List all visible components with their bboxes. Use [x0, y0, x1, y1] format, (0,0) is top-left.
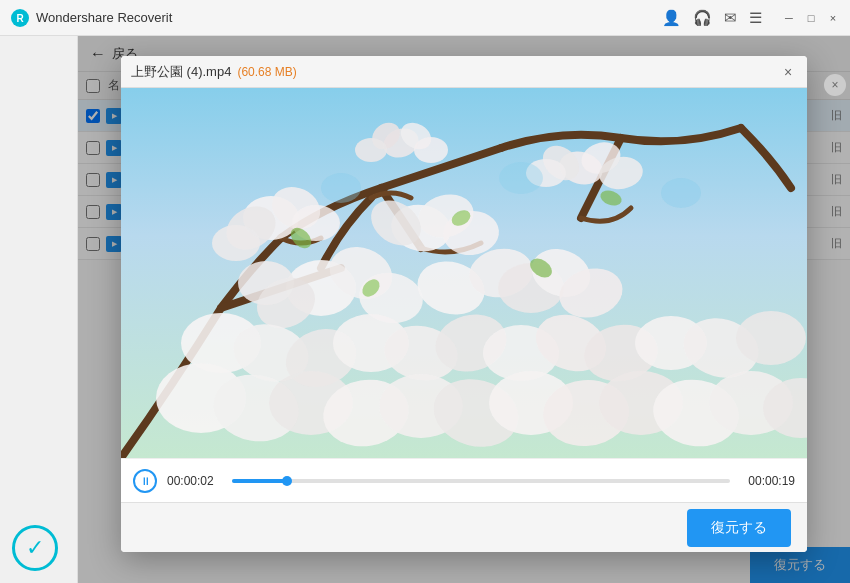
svg-point-17 [212, 225, 260, 261]
content-panel-close[interactable]: × [824, 74, 846, 96]
current-time-display: 00:00:02 [167, 474, 222, 488]
checkmark-badge: ✓ [12, 525, 58, 571]
modal-close-button[interactable]: × [779, 63, 797, 81]
svg-point-43 [736, 311, 806, 365]
modal-title: 上野公園 (4).mp4 (60.68 MB) [131, 63, 297, 81]
app-logo-icon: R [10, 8, 30, 28]
modal-title-bar: 上野公園 (4).mp4 (60.68 MB) × [121, 56, 807, 88]
title-bar-icons: 👤 🎧 ✉ ☰ [662, 9, 762, 27]
title-bar: R Wondershare Recoverit 👤 🎧 ✉ ☰ ─ □ × [0, 0, 850, 36]
modal-action-bar: 復元する [121, 502, 807, 552]
cherry-blossom-scene [121, 88, 807, 458]
mail-icon[interactable]: ✉ [724, 9, 737, 27]
progress-thumb [282, 476, 292, 486]
checkmark-icon: ✓ [26, 535, 44, 561]
close-icon: × [831, 78, 838, 92]
app-logo-area: R Wondershare Recoverit [10, 8, 662, 28]
headset-icon[interactable]: 🎧 [693, 9, 712, 27]
user-icon[interactable]: 👤 [662, 9, 681, 27]
menu-icon[interactable]: ☰ [749, 9, 762, 27]
svg-point-26 [238, 261, 294, 305]
window-controls: ─ □ × [782, 11, 840, 25]
maximize-button[interactable]: □ [804, 11, 818, 25]
svg-point-62 [499, 162, 543, 194]
modal-filename: 上野公園 (4).mp4 [131, 63, 231, 81]
total-time-display: 00:00:19 [740, 474, 795, 488]
content-area: ← 戻る 名 上 旧 上 旧 上 [78, 36, 850, 583]
video-controls: ⏸ 00:00:02 00:00:19 [121, 458, 807, 502]
app-title: Wondershare Recoverit [36, 10, 172, 25]
modal-filesize: (60.68 MB) [237, 65, 296, 79]
video-preview-area [121, 88, 807, 458]
svg-point-7 [355, 138, 387, 162]
sidebar [0, 36, 78, 583]
progress-bar[interactable] [232, 479, 730, 483]
progress-fill [232, 479, 287, 483]
svg-point-6 [414, 137, 448, 163]
main-layout: ← 戻る 名 上 旧 上 旧 上 [0, 36, 850, 583]
svg-text:R: R [16, 13, 24, 24]
modal-overlay: 上野公園 (4).mp4 (60.68 MB) × [78, 36, 850, 583]
svg-point-63 [661, 178, 701, 208]
close-button[interactable]: × [826, 11, 840, 25]
play-pause-icon: ⏸ [140, 475, 151, 487]
preview-modal: 上野公園 (4).mp4 (60.68 MB) × [121, 56, 807, 552]
cherry-blossom-svg [121, 88, 807, 458]
svg-point-61 [321, 173, 361, 203]
minimize-button[interactable]: ─ [782, 11, 796, 25]
play-pause-button[interactable]: ⏸ [133, 469, 157, 493]
recover-button[interactable]: 復元する [687, 509, 791, 547]
